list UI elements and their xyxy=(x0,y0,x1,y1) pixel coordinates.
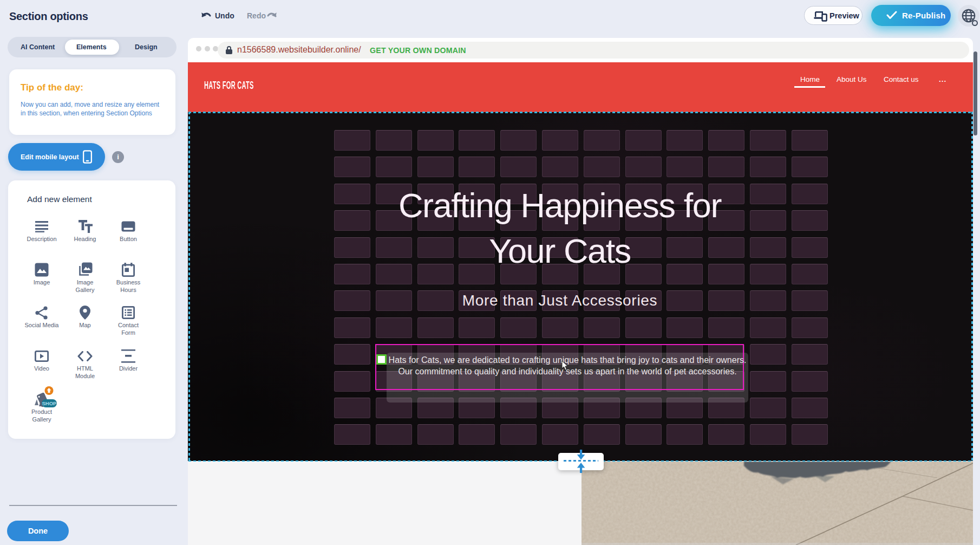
svg-text:SHOP: SHOP xyxy=(42,400,57,406)
